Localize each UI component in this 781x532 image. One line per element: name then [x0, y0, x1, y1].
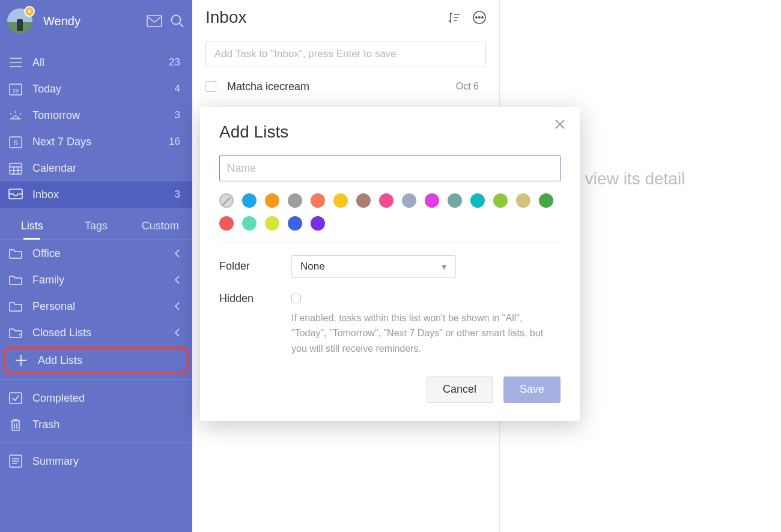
nav-summary[interactable]: Summary: [0, 448, 192, 474]
folder-icon: [8, 299, 23, 313]
color-swatch[interactable]: [402, 193, 416, 208]
add-lists-button[interactable]: Add Lists: [4, 347, 189, 373]
color-swatch[interactable]: [219, 216, 234, 231]
nav-label: Trash: [32, 419, 180, 431]
nav-label: Tomorrow: [32, 109, 175, 122]
chevron-left-icon: [174, 249, 180, 258]
sunrise-icon: [8, 108, 23, 122]
main-header: Inbox: [192, 0, 499, 35]
folder-label: Folder: [219, 255, 291, 273]
nav-calendar[interactable]: Calendar: [0, 155, 192, 181]
color-swatch[interactable]: [356, 193, 371, 208]
check-icon: [8, 391, 23, 405]
task-date: Oct 6: [456, 81, 479, 92]
sort-icon[interactable]: [448, 11, 461, 24]
nav-trash[interactable]: Trash: [0, 411, 192, 438]
folder-label: Family: [32, 274, 174, 286]
calendar-day-icon: 29: [8, 82, 23, 96]
folder-family[interactable]: Family: [0, 267, 192, 293]
nav-next7days[interactable]: S Next 7 Days 16: [0, 128, 192, 155]
folders: Office Family Personal Closed Lists Add …: [0, 240, 192, 375]
add-lists-label: Add Lists: [38, 354, 82, 367]
color-swatch[interactable]: [425, 193, 439, 208]
nav-label: Calendar: [32, 162, 180, 175]
avatar[interactable]: ♛: [7, 8, 32, 34]
color-swatch[interactable]: [265, 193, 279, 208]
task-checkbox[interactable]: [205, 81, 216, 92]
color-swatch[interactable]: [265, 216, 279, 231]
modal-actions: Cancel Save: [219, 376, 561, 403]
nav-completed[interactable]: Completed: [0, 385, 192, 411]
folder-closed-lists[interactable]: Closed Lists: [0, 319, 192, 346]
chevron-left-icon: [174, 276, 180, 284]
color-swatch[interactable]: [379, 193, 394, 208]
username: Wendy: [43, 14, 138, 28]
folder-icon: [8, 246, 23, 261]
folder-label: Office: [32, 247, 174, 260]
folder-label: Personal: [32, 300, 174, 313]
color-swatch[interactable]: [288, 193, 302, 208]
color-swatch[interactable]: [539, 193, 553, 208]
chevron-left-icon: [174, 328, 180, 337]
calendar-grid-icon: [8, 161, 23, 175]
tab-custom[interactable]: Custom: [128, 213, 192, 240]
color-swatch[interactable]: [311, 216, 325, 231]
folder-label: Closed Lists: [32, 327, 174, 339]
save-button[interactable]: Save: [503, 376, 561, 403]
trash-icon: [8, 417, 23, 432]
add-task-input[interactable]: [205, 41, 486, 67]
color-swatch[interactable]: [470, 193, 485, 208]
svg-point-11: [476, 17, 477, 18]
nav-all[interactable]: All 23: [0, 49, 192, 76]
tab-tags[interactable]: Tags: [64, 213, 129, 240]
hidden-row: Hidden If enabled, tasks within this lis…: [219, 288, 561, 356]
more-icon[interactable]: [473, 11, 486, 24]
nav-label: Summary: [32, 455, 180, 468]
divider: [0, 379, 192, 380]
nav-label: Today: [32, 83, 175, 95]
color-swatches: [219, 193, 561, 231]
list-name-input[interactable]: [219, 155, 561, 181]
nav-count: 3: [175, 109, 180, 121]
plus-icon: [14, 353, 28, 367]
tab-lists[interactable]: Lists: [0, 213, 64, 240]
nav-count: 23: [169, 56, 180, 68]
modal-title: Add Lists: [219, 122, 561, 142]
search-icon[interactable]: [171, 14, 184, 28]
color-swatch[interactable]: [288, 216, 302, 231]
nav-count: 3: [175, 189, 180, 201]
color-swatch[interactable]: [493, 193, 508, 208]
add-task: [205, 41, 486, 67]
nav-tomorrow[interactable]: Tomorrow 3: [0, 102, 192, 128]
hidden-checkbox[interactable]: [291, 294, 301, 303]
color-swatch[interactable]: [516, 193, 530, 208]
hidden-hint: If enabled, tasks within this list won't…: [291, 310, 556, 356]
summary-icon: [8, 454, 23, 468]
svg-point-1: [172, 16, 181, 25]
caret-down-icon: ▾: [442, 261, 447, 273]
color-swatch[interactable]: [311, 193, 325, 208]
folder-office[interactable]: Office: [0, 240, 192, 267]
add-lists-modal: Add Lists Folder None ▾ Hidden If enable…: [200, 107, 580, 421]
sidebar-header: ♛ Wendy: [0, 0, 192, 40]
system-lists: Completed Trash: [0, 385, 192, 438]
nav-label: Inbox: [32, 189, 175, 201]
folder-personal[interactable]: Personal: [0, 293, 192, 319]
color-none[interactable]: [219, 193, 234, 208]
close-icon[interactable]: [555, 119, 565, 130]
folder-select[interactable]: None ▾: [291, 255, 456, 278]
sidebar: ♛ Wendy All 23 29 Today 4 Tomorrow 3: [0, 0, 192, 532]
calendar-week-icon: S: [8, 135, 23, 149]
mail-icon[interactable]: [147, 15, 162, 27]
nav-today[interactable]: 29 Today 4: [0, 76, 192, 102]
color-swatch[interactable]: [333, 193, 348, 208]
color-swatch[interactable]: [448, 193, 462, 208]
sidebar-tabs: Lists Tags Custom: [0, 213, 192, 240]
divider: [219, 243, 561, 243]
color-swatch[interactable]: [242, 193, 257, 208]
folder-row: Folder None ▾: [219, 255, 561, 278]
cancel-button[interactable]: Cancel: [427, 376, 493, 403]
nav-inbox[interactable]: Inbox 3: [0, 181, 192, 208]
task-row[interactable]: Matcha icecream Oct 6: [192, 74, 499, 98]
color-swatch[interactable]: [242, 216, 257, 231]
